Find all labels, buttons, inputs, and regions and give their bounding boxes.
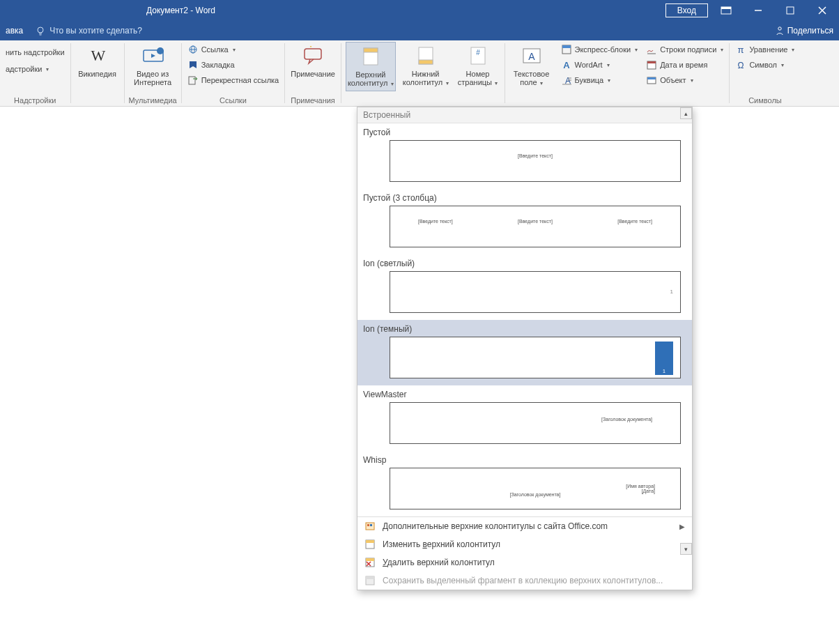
page-number-icon: # <box>467 45 489 67</box>
online-video-button[interactable]: Видео изИнтернета <box>130 42 175 89</box>
link-button[interactable]: Ссылка▾ <box>186 42 237 57</box>
minimize-icon[interactable] <box>744 0 772 21</box>
footer-button[interactable]: Нижнийколонтитул ▾ <box>401 42 450 90</box>
chevron-down-icon: ▾ <box>389 81 393 87</box>
remove-header[interactable]: Удалить верхний колонтитул <box>357 553 692 572</box>
gallery-heading: Встроенный <box>357 107 692 123</box>
chevron-down-icon: ▾ <box>493 80 498 86</box>
equation-button[interactable]: π Уравнение▾ <box>734 42 796 57</box>
chevron-down-icon: ▾ <box>607 62 610 68</box>
share-button[interactable]: Поделиться <box>775 26 833 36</box>
video-icon <box>141 45 164 67</box>
svg-rect-42 <box>367 524 369 526</box>
gallery-footer: Дополнительные верхние колонтитулы с сай… <box>357 516 692 590</box>
group-label: Надстройки <box>14 95 56 106</box>
quick-parts-button[interactable]: Экспресс-блоки▾ <box>560 42 640 57</box>
chevron-down-icon: ▾ <box>233 47 236 53</box>
svg-point-9 <box>778 27 781 30</box>
group-label <box>96 95 98 106</box>
preview: 1 <box>390 337 681 378</box>
bookmark-button[interactable]: Закладка <box>186 57 236 72</box>
svg-rect-16 <box>189 77 195 84</box>
tell-me-text: Что вы хотите сделать? <box>49 26 142 36</box>
tab-help[interactable]: авка <box>6 26 23 36</box>
svg-point-6 <box>38 27 43 33</box>
sign-in-button[interactable]: Вход <box>665 3 708 17</box>
preview: 1 <box>390 271 681 313</box>
chevron-down-icon: ▾ <box>46 66 49 72</box>
comment-button[interactable]: ✦ Примечание <box>289 42 337 81</box>
equation-icon: π <box>735 44 746 55</box>
comment-icon: ✦ <box>302 45 324 67</box>
svg-rect-1 <box>721 7 731 9</box>
chevron-down-icon: ▾ <box>444 80 448 86</box>
dropcap-icon: A <box>561 75 572 86</box>
group-links: Ссылка▾ Закладка Перекрестная ссылка Ссы… <box>182 40 285 106</box>
svg-text:#: # <box>476 49 480 56</box>
gallery-item-whisp[interactable]: Whisp [Заголовок документа] [Имя автора]… <box>357 451 692 516</box>
svg-rect-20 <box>364 48 378 52</box>
signature-line-button[interactable]: Строки подписи▾ <box>645 42 725 57</box>
edit-header-icon <box>364 539 376 550</box>
preview: [Введите текст] <box>390 140 681 182</box>
svg-text:W: W <box>91 47 105 64</box>
cross-reference-button[interactable]: Перекрестная ссылка <box>186 72 281 88</box>
cross-ref-icon <box>187 75 199 86</box>
preview: [Заголовок документа] [Имя автора][Дата] <box>390 468 681 509</box>
edit-header[interactable]: Изменить верхний колонтитул <box>357 535 692 553</box>
wikipedia-icon: W <box>86 45 109 67</box>
svg-text:A: A <box>563 60 570 70</box>
date-time-button[interactable]: Дата и время <box>645 57 725 72</box>
header-gallery: ▴ Встроенный Пустой [Введите текст] Пуст… <box>357 107 693 590</box>
svg-rect-47 <box>366 558 374 561</box>
svg-text:π: π <box>738 45 744 55</box>
save-selection-to-gallery: Сохранить выделенный фрагмент в коллекци… <box>357 572 692 590</box>
more-headers-online[interactable]: Дополнительные верхние колонтитулы с сай… <box>357 517 692 535</box>
header-icon <box>360 45 382 68</box>
gallery-item-viewmaster[interactable]: ViewMaster [Заголовок документа] <box>357 385 692 451</box>
wikipedia-button[interactable]: W Википедия <box>75 42 120 81</box>
quick-parts-icon <box>561 44 572 55</box>
preview: [Введите текст] [Введите текст] [Введите… <box>390 206 681 247</box>
calendar-icon <box>646 59 657 70</box>
scroll-up-button[interactable]: ▴ <box>680 107 692 119</box>
chevron-down-icon: ▾ <box>608 77 610 84</box>
chevron-down-icon: ▾ <box>539 80 543 86</box>
symbol-button[interactable]: Ω Символ▾ <box>734 57 785 72</box>
svg-rect-28 <box>562 45 571 48</box>
chevron-down-icon: ▾ <box>781 62 784 68</box>
dropcap-button[interactable]: A Буквица▾ <box>560 72 640 88</box>
gallery-item-ion-dark[interactable]: Ion (темный) 1 <box>357 320 692 385</box>
gallery-item-ion-light[interactable]: Ion (светлый) 1 <box>357 254 692 320</box>
gallery-item-blank-3col[interactable]: Пустой (3 столбца) [Введите текст] [Введ… <box>357 189 692 254</box>
get-addins-button[interactable]: нить надстройки <box>4 45 66 60</box>
my-addins-button[interactable]: адстройки▾ <box>4 61 50 77</box>
svg-text:✦: ✦ <box>307 46 314 50</box>
group-media: Видео изИнтернета Мультимедиа <box>125 40 181 106</box>
document-area: ▴ Встроенный Пустой [Введите текст] Пуст… <box>0 107 839 644</box>
ribbon-display-icon[interactable] <box>712 0 740 21</box>
chevron-right-icon: ▶ <box>679 523 685 530</box>
wordart-button[interactable]: A WordArt▾ <box>560 57 640 72</box>
chevron-down-icon: ▾ <box>635 47 638 53</box>
textbox-button[interactable]: A Текстовоеполе ▾ <box>509 42 554 90</box>
header-button[interactable]: Верхнийколонтитул ▾ <box>346 42 396 91</box>
tell-me[interactable]: Что вы хотите сделать? <box>36 26 142 36</box>
symbol-icon: Ω <box>735 59 746 70</box>
office-icon <box>364 521 376 532</box>
group-label: Ссылки <box>220 95 247 106</box>
chevron-down-icon: ▾ <box>792 47 794 53</box>
group-symbols: π Уравнение▾ Ω Символ▾ Символы <box>730 40 800 106</box>
textbox-icon: A <box>521 45 543 67</box>
object-button[interactable]: Объект▾ <box>645 72 725 88</box>
svg-rect-51 <box>366 576 374 579</box>
close-icon[interactable] <box>808 0 836 21</box>
footer-icon <box>415 45 437 67</box>
save-gallery-icon <box>364 575 376 586</box>
group-addins: нить надстройки адстройки▾ Надстройки <box>0 40 70 106</box>
window-title: Документ2 - Word <box>146 6 215 15</box>
gallery-item-blank[interactable]: Пустой [Введите текст] <box>357 123 692 189</box>
maximize-icon[interactable] <box>776 0 804 21</box>
page-number-button[interactable]: # Номерстраницы ▾ <box>456 42 500 90</box>
scroll-down-button[interactable]: ▾ <box>680 543 692 555</box>
